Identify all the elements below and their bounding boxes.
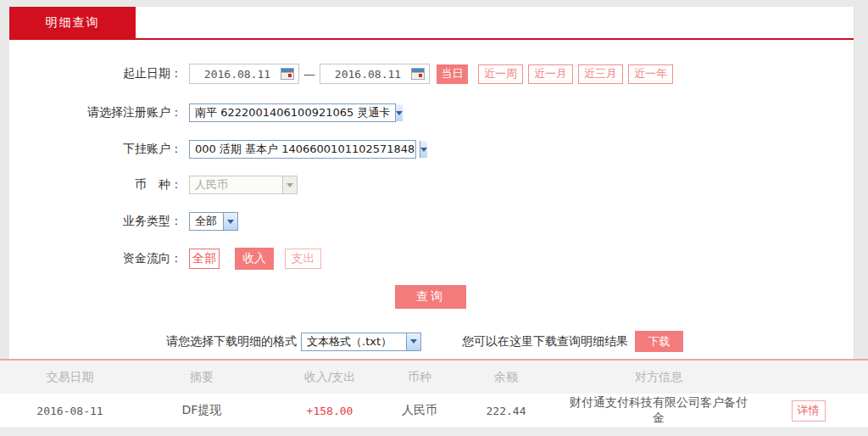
currency-value: 人民币 (190, 177, 282, 193)
business-type-row: 业务类型： 全部 (9, 212, 238, 231)
quick-range-week-button[interactable]: 近一周 (478, 64, 523, 84)
date-range-separator: — (303, 67, 315, 81)
calendar-icon[interactable] (411, 68, 425, 80)
date-from-input[interactable]: 2016.08.11 (189, 64, 299, 84)
cell-balance: 222.44 (443, 405, 569, 417)
business-type-label: 业务类型： (9, 214, 182, 229)
chevron-down-icon[interactable] (223, 213, 237, 230)
sub-account-value: 000 活期 基本户 1406600101102571848 (190, 142, 420, 157)
chevron-down-icon[interactable] (420, 141, 427, 158)
quick-range-3months-button[interactable]: 近三月 (578, 64, 623, 84)
tab-detail-query[interactable]: 明细查询 (9, 7, 136, 38)
fund-flow-row: 资金流向： 全部 收入 支出 (9, 248, 321, 270)
date-to-value[interactable]: 2016.08.11 (325, 68, 411, 81)
cell-counterparty: 财付通支付科技有限公司客户备付金 (569, 395, 748, 426)
download-hint-text: 您可以在这里下载查询明细结果 (462, 334, 628, 349)
currency-row: 币 种： 人民币 (9, 176, 298, 194)
download-row: 请您选择下载明细的格式 文本格式（.txt） 您可以在这里下载查询明细结果 下载 (9, 331, 683, 352)
sub-account-label: 下挂账户： (9, 142, 182, 157)
chevron-down-icon[interactable] (395, 104, 403, 121)
header-transaction-date: 交易日期 (0, 370, 140, 385)
date-range-label: 起止日期： (9, 66, 182, 81)
chevron-down-icon[interactable] (406, 333, 420, 350)
cell-currency: 人民币 (396, 403, 443, 418)
registered-account-label: 请选择注册账户： (9, 105, 182, 120)
sub-account-row: 下挂账户： 000 活期 基本户 1406600101102571848 (9, 140, 416, 159)
detail-button[interactable]: 详情 (792, 400, 826, 422)
registered-account-value: 南平 6222001406100921065 灵通卡 (190, 105, 395, 120)
business-type-select[interactable]: 全部 (189, 212, 238, 231)
download-format-label: 请您选择下载明细的格式 (166, 334, 297, 349)
cell-summary: DF提现 (140, 403, 264, 418)
registered-account-select[interactable]: 南平 6222001406100921065 灵通卡 (189, 103, 396, 122)
header-currency: 币种 (396, 370, 443, 385)
fund-flow-label: 资金流向： (9, 251, 182, 266)
flow-all-button[interactable]: 全部 (189, 249, 220, 269)
date-from-value[interactable]: 2016.08.11 (194, 68, 281, 81)
table-footer-strip (0, 428, 868, 436)
quick-range-month-button[interactable]: 近一月 (528, 64, 573, 84)
registered-account-row: 请选择注册账户： 南平 6222001406100921065 灵通卡 (9, 103, 396, 122)
flow-expense-button[interactable]: 支出 (285, 249, 321, 269)
table-row: 2016-08-11 DF提现 +158.00 人民币 222.44 财付通支付… (0, 394, 868, 428)
table-header-row: 交易日期 摘要 收入/支出 币种 余额 对方信息 (0, 361, 868, 394)
quick-range-year-button[interactable]: 近一年 (628, 64, 673, 84)
cell-amount: +158.00 (264, 405, 396, 417)
cell-action: 详情 (748, 400, 868, 422)
currency-select: 人民币 (189, 176, 298, 194)
download-button[interactable]: 下载 (635, 331, 683, 352)
main-panel: 明细查询 起止日期： 2016.08.11 — 2016.08.11 当日 近一… (9, 7, 854, 359)
currency-label: 币 种： (9, 177, 182, 193)
download-format-select[interactable]: 文本格式（.txt） (301, 333, 421, 351)
query-button[interactable]: 查询 (395, 285, 466, 309)
flow-income-button[interactable]: 收入 (235, 248, 274, 270)
results-table: 交易日期 摘要 收入/支出 币种 余额 对方信息 2016-08-11 DF提现… (0, 359, 868, 436)
sub-account-select[interactable]: 000 活期 基本户 1406600101102571848 (189, 140, 416, 159)
download-format-value: 文本格式（.txt） (302, 334, 406, 349)
header-counterparty: 对方信息 (569, 370, 748, 385)
header-balance: 余额 (443, 370, 569, 385)
quick-range-today-button[interactable]: 当日 (437, 64, 468, 84)
header-income-expense: 收入/支出 (264, 370, 396, 385)
date-range-row: 起止日期： 2016.08.11 — 2016.08.11 当日 近一周 近一月… (9, 64, 673, 84)
tab-underline (9, 38, 854, 40)
header-summary: 摘要 (140, 370, 264, 385)
cell-transaction-date: 2016-08-11 (0, 405, 140, 417)
date-to-input[interactable]: 2016.08.11 (320, 64, 430, 84)
chevron-down-icon (282, 176, 297, 193)
calendar-icon[interactable] (281, 68, 294, 80)
business-type-value: 全部 (190, 214, 223, 229)
